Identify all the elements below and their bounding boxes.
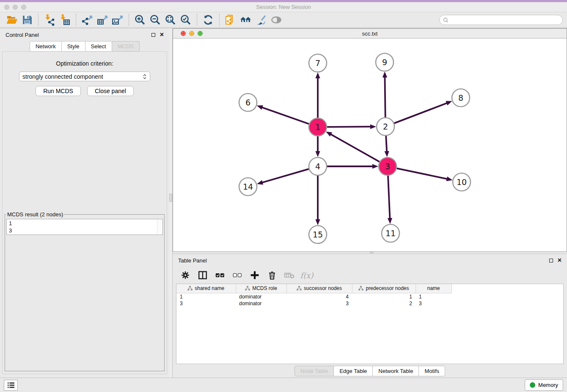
table-cell[interactable]: dominator	[236, 293, 286, 300]
node-4[interactable]: 4	[309, 157, 327, 175]
node-2[interactable]: 2	[377, 118, 394, 135]
network-close-icon[interactable]: ×	[181, 31, 186, 36]
unselect-all-rows-button[interactable]	[231, 269, 243, 281]
table-row[interactable]: 1dominator411	[176, 293, 451, 300]
criterion-select[interactable]: strongly connected component	[19, 72, 150, 81]
mcds-result-line: 1	[9, 220, 160, 227]
select-all-rows-button[interactable]	[214, 269, 226, 281]
edge-4-14[interactable]	[261, 169, 309, 183]
splitter-handle[interactable]	[370, 252, 374, 254]
table-cell[interactable]: 1	[416, 293, 451, 300]
open-session-icon	[6, 14, 18, 26]
float-panel-icon[interactable]	[549, 259, 553, 262]
tab-network-table[interactable]: Network Table	[373, 366, 419, 376]
table-cell[interactable]: 3	[286, 300, 352, 306]
first-neighbors-button[interactable]	[238, 13, 253, 27]
zoom-out-button[interactable]	[148, 13, 163, 27]
open-session-button[interactable]	[4, 13, 19, 27]
network-minimize-icon[interactable]: –	[189, 31, 194, 36]
table-cell[interactable]: 2	[352, 300, 416, 306]
close-panel-icon[interactable]: ×	[558, 258, 561, 262]
node-3[interactable]: 3	[379, 157, 396, 175]
search-text-field[interactable]	[451, 17, 559, 24]
node-9[interactable]: 9	[376, 53, 394, 71]
memory-button[interactable]: Memory	[525, 379, 563, 391]
column-header-shared-name[interactable]: shared name	[176, 284, 236, 293]
import-network-button[interactable]	[42, 13, 57, 27]
tab-motifs[interactable]: Motifs	[419, 366, 445, 376]
tab-style[interactable]: Style	[62, 41, 85, 52]
import-table-button[interactable]	[57, 13, 72, 27]
zoom-fit-button[interactable]	[163, 13, 178, 27]
delete-column-button[interactable]	[266, 269, 278, 281]
table-cell[interactable]: 1	[352, 293, 416, 300]
node-14[interactable]: 14	[239, 178, 257, 196]
optimization-criterion-label: Optimization criterion:	[56, 60, 113, 67]
edge-3-10[interactable]	[397, 168, 448, 179]
network-canvas[interactable]: 7968124314101511	[173, 39, 567, 251]
node-15[interactable]: 15	[309, 226, 327, 243]
splitter-handle[interactable]	[169, 193, 172, 202]
column-header-predecessor-nodes[interactable]: predecessor nodes	[352, 284, 416, 293]
tab-select[interactable]: Select	[85, 41, 112, 52]
vertical-splitter[interactable]	[169, 28, 173, 378]
table-cell[interactable]: 3	[416, 300, 451, 306]
window-traffic-lights[interactable]	[4, 5, 26, 10]
column-header-successor-nodes[interactable]: successor nodes	[286, 284, 352, 293]
node-11[interactable]: 11	[382, 224, 399, 242]
task-history-button[interactable]	[4, 380, 18, 391]
table-settings-button[interactable]	[179, 269, 191, 281]
horizontal-splitter[interactable]	[173, 252, 567, 254]
column-header-name[interactable]: name	[416, 284, 451, 293]
network-graph[interactable]: 7968124314101511	[173, 39, 567, 251]
maximize-window-icon[interactable]	[21, 5, 26, 10]
table-cell[interactable]: dominator	[236, 300, 286, 306]
table-row[interactable]: 3dominator323	[176, 300, 451, 306]
column-header-mcds-role[interactable]: MCDS role	[236, 284, 286, 293]
zoom-in-button[interactable]	[132, 13, 148, 27]
table-cell[interactable]: 4	[286, 293, 352, 300]
clone-network-button[interactable]	[223, 13, 238, 27]
edge-3-1[interactable]	[330, 134, 380, 162]
table-cell[interactable]: 1	[176, 293, 236, 300]
edge-2-9[interactable]	[385, 76, 385, 117]
node-6[interactable]: 6	[239, 94, 257, 111]
table-cell[interactable]: 3	[176, 300, 236, 306]
node-10[interactable]: 10	[453, 173, 471, 191]
toolbar-separator	[197, 14, 197, 26]
refresh-layout-button[interactable]	[201, 13, 216, 27]
tab-edge-table[interactable]: Edge Table	[334, 366, 373, 376]
tab-mcds[interactable]: MCDS	[112, 41, 140, 52]
edge-2-8[interactable]	[394, 103, 448, 123]
delete-table-button	[284, 269, 295, 281]
close-window-icon[interactable]	[4, 5, 9, 10]
edge-1-6[interactable]	[261, 107, 309, 124]
run-mcds-button[interactable]: Run MCDS	[36, 86, 81, 96]
node-label: 15	[313, 230, 323, 239]
float-panel-icon[interactable]	[151, 33, 155, 37]
zoom-out-icon	[149, 14, 161, 26]
save-session-button[interactable]	[19, 13, 35, 27]
node-1[interactable]: 1	[309, 118, 327, 136]
add-column-button[interactable]	[249, 269, 261, 281]
minimize-window-icon[interactable]	[13, 5, 18, 10]
edge-1-2[interactable]	[327, 127, 372, 127]
node-7[interactable]: 7	[309, 54, 327, 72]
export-image-button[interactable]	[110, 13, 125, 27]
edge-2-3[interactable]	[386, 136, 387, 152]
close-panel-icon[interactable]: ×	[160, 33, 164, 37]
mcds-result-list[interactable]: 13	[6, 219, 163, 235]
edge-3-11[interactable]	[388, 176, 390, 219]
tab-node-table[interactable]: Node Table	[295, 366, 334, 376]
node-8[interactable]: 8	[452, 89, 470, 107]
column-view-button[interactable]	[197, 269, 209, 281]
export-network-button[interactable]	[80, 13, 95, 27]
zoom-selected-button[interactable]	[178, 13, 193, 27]
style-brush-button[interactable]	[253, 13, 269, 27]
search-input[interactable]	[439, 15, 563, 25]
result-scrollbar[interactable]	[157, 219, 162, 235]
network-maximize-icon[interactable]: +	[198, 31, 203, 36]
export-table-button[interactable]	[95, 13, 110, 27]
tab-network[interactable]: Network	[30, 41, 62, 52]
close-panel-button[interactable]: Close panel	[87, 86, 134, 96]
